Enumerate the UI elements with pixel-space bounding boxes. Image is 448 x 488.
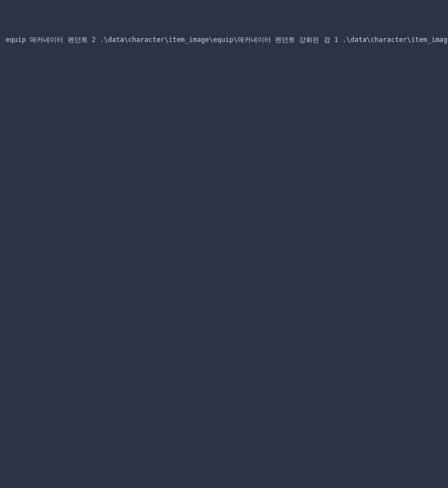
- console-output: equip 매커네이터 펜던트 2 .\data\character\item_…: [6, 36, 442, 44]
